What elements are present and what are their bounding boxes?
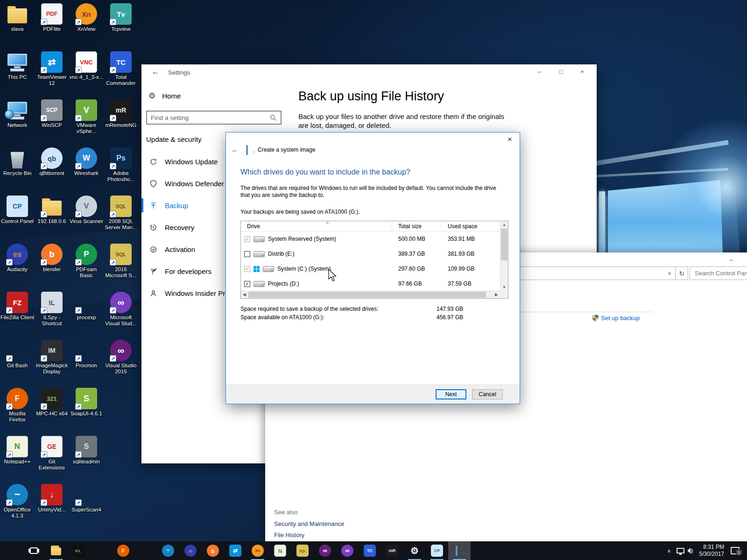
chevron-down-icon[interactable]: ∨ [664, 270, 675, 276]
minimize-button[interactable]: – [529, 64, 550, 78]
desktop-icon-imagemagick-display[interactable]: IM↗ImageMagick Display [35, 338, 69, 386]
close-button[interactable]: × [571, 64, 593, 78]
desktop-icon-2008-sql-server-man[interactable]: SQL↗2008 SQL Server Man... [104, 194, 138, 242]
back-icon[interactable]: ← [148, 68, 162, 76]
desktop-icon-sqliteadmin[interactable]: S↗sqliteadmin [69, 434, 104, 482]
column-header-drive[interactable]: Drive ∧ [241, 221, 392, 231]
column-header-total-size[interactable]: Total size [392, 221, 442, 231]
desktop-icon-network[interactable]: Network [0, 98, 35, 146]
action-center-icon[interactable]: 1 [731, 547, 740, 554]
taskbar-system-image-wizard[interactable]: ↑ [448, 541, 471, 560]
desktop-icon-mpc-hc-x64[interactable]: 321↗MPC-HC x64 [35, 386, 69, 434]
maximize-button[interactable]: □ [550, 64, 571, 78]
taskbar-blender[interactable]: b [202, 541, 224, 560]
desktop-icon-microsoft-visual-stud[interactable]: ∞↗Microsoft Visual Stud... [104, 290, 138, 338]
network-icon[interactable] [677, 548, 684, 553]
desktop-icon-procmon[interactable]: ↗Procmon [69, 338, 104, 386]
desktop-icon-filezilla-client[interactable]: FZ↗FileZilla Client [0, 290, 35, 338]
taskbar-xnview[interactable]: Xn [247, 541, 269, 560]
taskbar-teamviewer[interactable]: ⇄ [224, 541, 247, 560]
taskbar-start-button[interactable] [0, 541, 22, 560]
scroll-left-icon[interactable]: ◀ [241, 291, 248, 298]
desktop-icon-teamviewer-12[interactable]: ⇄↗TeamViewer 12 [35, 49, 69, 98]
desktop-icon-2016-microsoft-s[interactable]: SQL↗2016 Microsoft S... [104, 242, 138, 290]
desktop-icon-wireshark[interactable]: W↗Wireshark [69, 146, 104, 194]
desktop-icon-openoffice-4-1-3[interactable]: ~↗OpenOffice 4.1.3 [0, 482, 35, 530]
desktop-icon-winscp[interactable]: SCP↗WinSCP [35, 98, 69, 146]
desktop-icon-git-extensions[interactable]: GE↗Git Extensions [35, 434, 69, 482]
desktop-icon-mozilla-firefox[interactable]: F↗Mozilla Firefox [0, 386, 35, 434]
taskbar-openoffice[interactable]: ~ [157, 541, 179, 560]
scrollbar-thumb[interactable] [501, 229, 507, 260]
desktop-icon-adobe-photosho[interactable]: Ps↗Adobe Photosho... [104, 146, 138, 194]
scroll-right-icon[interactable]: ▶ [493, 291, 500, 298]
drive-row[interactable]: Distrib (E:)389.37 GB381.93 GB [241, 246, 500, 261]
taskbar-control-panel[interactable]: CP [426, 541, 448, 560]
cancel-button[interactable]: Cancel [472, 389, 503, 399]
desktop-icon-mremoteng[interactable]: mR↗mRemoteNG [104, 98, 138, 146]
desktop-icon-soapui-4-6-1[interactable]: S↗SoapUI-4.6.1 [69, 386, 104, 434]
desktop-icon-ummyvid[interactable]: ↓↗UmmyVid... [35, 482, 69, 530]
search-input[interactable]: Find a setting [146, 111, 282, 125]
sidebar-item-home[interactable]: ⚙ Home [148, 91, 181, 101]
desktop-icon-192-168-0-6[interactable]: ↗192.168.0.6 [35, 194, 69, 242]
next-button[interactable]: Next [436, 389, 466, 399]
desktop-icon-recycle-bin[interactable]: Recycle Bin [0, 146, 35, 194]
taskbar-total-commander[interactable]: TC [359, 541, 381, 560]
taskbar-sql-tools[interactable]: SQL [291, 541, 314, 560]
drive-row[interactable]: ✓System (C:) (System)297.60 GB109.99 GB [241, 261, 500, 276]
taskbar-command-prompt[interactable]: C:\_ [67, 541, 90, 560]
desktop-icon-tcpview[interactable]: Tv↗Tcpview [104, 1, 138, 49]
horizontal-scrollbar[interactable]: ◀ ▶ [241, 291, 500, 298]
desktop-icon-notepad[interactable]: N↗Notepad++ [0, 434, 35, 482]
control-panel-search-input[interactable]: Search Control Panel [690, 266, 747, 280]
taskbar-task-view-button[interactable] [22, 541, 45, 560]
desktop-icon-ilspy-shortcut[interactable]: IL↗ILSpy - Shortcut [35, 290, 69, 338]
desktop-icon-total-commander[interactable]: TC↗Total Commander [104, 49, 138, 98]
desktop-icon-this-pc[interactable]: This PC [0, 49, 35, 98]
taskbar-firefox[interactable]: F [112, 541, 134, 560]
set-up-backup-link[interactable]: Set up backup [592, 315, 640, 322]
volume-icon[interactable]: )) [687, 548, 693, 553]
desktop-icon-control-panel[interactable]: CPControl Panel [0, 194, 35, 242]
taskbar-notepad-plus-plus[interactable]: N [269, 541, 291, 560]
desktop-icon-vmware-vsphe[interactable]: V↗VMware vSphe... [69, 98, 104, 146]
taskbar-file-explorer[interactable] [45, 541, 67, 560]
tray-chevron-icon[interactable]: ∧ [664, 548, 674, 554]
desktop-icon-procexp[interactable]: ↗procexp [69, 290, 104, 338]
desktop-icon-audacity[interactable]: ((•))↗Audacity [0, 242, 35, 290]
drive-row[interactable]: ✓System Reserved (System)500.00 MB353.91… [241, 231, 500, 246]
minimize-button[interactable]: – [724, 256, 738, 263]
column-header-used-space[interactable]: Used space [442, 221, 486, 231]
vertical-scrollbar[interactable]: ▲ ▼ [500, 221, 508, 291]
desktop-icon-blender[interactable]: b↗blender [35, 242, 69, 290]
taskbar-audacity[interactable]: (•) [179, 541, 202, 560]
scroll-down-icon[interactable]: ▼ [500, 284, 508, 291]
taskbar-colorful-app[interactable] [134, 541, 157, 560]
desktop-icon-pdflite[interactable]: PDF↗PDFlite [35, 1, 69, 49]
security-and-maintenance-link[interactable]: Security and Maintenance [274, 520, 344, 527]
taskbar-vs-community[interactable]: ∞ [336, 541, 359, 560]
tray-clock[interactable]: 8:31 PM5/30/2017 [696, 544, 728, 558]
taskbar-visual-studio[interactable]: ∞ [314, 541, 336, 560]
drive-row[interactable]: ✓Projects (D:)97.66 GB37.59 GB [241, 276, 500, 291]
desktop-icon-vnc-4-1-3-x[interactable]: VNC↗vnc-4_1_3-x... [69, 49, 104, 98]
close-button[interactable]: × [504, 134, 516, 145]
desktop-icon-slava[interactable]: slava [0, 1, 35, 49]
drive-checkbox[interactable]: ✓ [244, 281, 250, 287]
drive-checkbox[interactable] [244, 251, 250, 257]
scroll-up-icon[interactable]: ▲ [500, 221, 508, 228]
desktop-icon-visual-studio-2015[interactable]: ∞↗Visual Studio 2015 [104, 338, 138, 386]
desktop-icon-qbittorrent[interactable]: qb↗qBittorrent [35, 146, 69, 194]
file-history-link[interactable]: File History [274, 532, 344, 539]
desktop-icon-git-bash[interactable]: ↗Git Bash [0, 338, 35, 386]
desktop-icon-superscan4[interactable]: ↗SuperScan4 [69, 482, 104, 530]
desktop-icon-xnview[interactable]: Xn↗XnView [69, 1, 104, 49]
desktop-icon-virus-scanner[interactable]: V↗Virus Scanner [69, 194, 104, 242]
taskbar-process-explorer[interactable] [90, 541, 112, 560]
taskbar-mremoteng[interactable]: mR [381, 541, 403, 560]
desktop-icon-pdfsam-basic[interactable]: P↗PDFsam Basic [69, 242, 104, 290]
refresh-button[interactable]: ↻ [676, 266, 688, 280]
taskbar-settings-gear[interactable]: ⚙ [403, 541, 426, 560]
scrollbar-thumb[interactable] [248, 292, 486, 298]
